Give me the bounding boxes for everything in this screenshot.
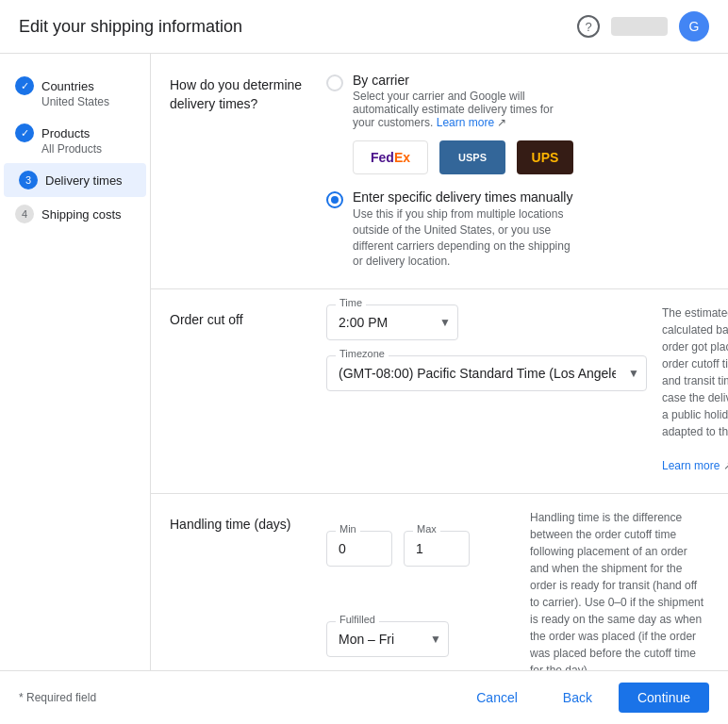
handling-min-wrapper: Min	[326, 531, 392, 567]
page-title: Edit your shipping information	[19, 17, 242, 37]
by-carrier-learn-more[interactable]: Learn more	[437, 116, 494, 129]
countries-label: Countries	[41, 79, 94, 93]
continue-button[interactable]: Continue	[619, 683, 709, 713]
by-carrier-label: By carrier	[353, 73, 573, 88]
sidebar-item-delivery-times[interactable]: 3 Delivery times	[4, 163, 146, 197]
order-cutoff-label: Order cut off	[170, 304, 311, 474]
shipping-costs-label: Shipping costs	[41, 207, 122, 222]
enter-manually-desc: Use this if you ship from multiple locat…	[353, 206, 573, 270]
by-carrier-radio[interactable]	[326, 74, 343, 91]
handling-time-body: Min Max Fulfilled Mon – Fri ▼	[326, 509, 515, 670]
handling-time-section: Handling time (days) Min Max Fulfilled M…	[151, 509, 728, 670]
products-step-icon: ✓	[15, 123, 34, 142]
countries-step-icon: ✓	[15, 76, 34, 95]
sidebar-item-shipping-costs[interactable]: 4 Shipping costs	[0, 197, 150, 231]
by-carrier-option[interactable]: By carrier Select your carrier and Googl…	[326, 73, 573, 129]
delivery-times-label: Delivery times	[45, 173, 123, 188]
content-area: How do you determine delivery times? By …	[151, 54, 728, 670]
sidebar-item-countries[interactable]: ✓ Countries United States	[0, 69, 150, 116]
avatar[interactable]: G	[679, 11, 709, 41]
time-field-wrapper: Time 2:00 PM ▼	[326, 304, 458, 340]
order-cutoff-help: The estimated delivery time will be calc…	[662, 304, 728, 474]
header: Edit your shipping information ? G	[0, 0, 728, 54]
time-select[interactable]: 2:00 PM	[326, 304, 458, 340]
handling-max-wrapper: Max	[404, 531, 470, 567]
back-button[interactable]: Back	[544, 683, 611, 713]
handling-max-label: Max	[413, 523, 440, 535]
avatar-placeholder	[611, 17, 668, 36]
order-cutoff-section: Order cut off Time 2:00 PM ▼ Timezone (G…	[151, 304, 728, 494]
handling-time-help: Handling time is the difference between …	[530, 509, 709, 670]
timezone-field-label-float: Timezone	[336, 348, 389, 359]
header-icons: ? G	[577, 11, 709, 41]
enter-manually-option[interactable]: Enter specific delivery times manually U…	[326, 189, 573, 270]
fedex-logo: FedEx	[353, 140, 428, 174]
handling-min-input[interactable]	[326, 531, 392, 567]
timezone-field-wrapper: Timezone (GMT-08:00) Pacific Standard Ti…	[326, 355, 647, 391]
cancel-button[interactable]: Cancel	[457, 683, 537, 713]
sidebar-item-products[interactable]: ✓ Products All Products	[0, 116, 150, 163]
time-field-label-float: Time	[336, 297, 366, 308]
footer-actions: Cancel Back Continue	[457, 683, 709, 713]
handling-time-label: Handling time (days)	[170, 509, 311, 670]
help-icon[interactable]: ?	[577, 15, 600, 38]
delivery-section-label: How do you determine delivery times?	[170, 73, 311, 270]
enter-manually-label: Enter specific delivery times manually	[353, 189, 573, 205]
main-layout: ✓ Countries United States ✓ Products All…	[0, 54, 728, 670]
handling-max-input[interactable]	[404, 531, 470, 567]
order-cutoff-body: Time 2:00 PM ▼ Timezone (GMT-08:00) Paci…	[326, 304, 647, 474]
delivery-section-body: By carrier Select your carrier and Googl…	[326, 73, 573, 270]
carrier-logos: FedEx USPS UPS	[353, 140, 573, 174]
order-cutoff-learn-more[interactable]: Learn more	[662, 459, 720, 472]
footer: * Required field Cancel Back Continue	[0, 670, 728, 724]
delivery-section-help	[588, 73, 728, 270]
countries-sublabel: United States	[15, 95, 135, 108]
handling-min-label: Min	[336, 523, 360, 535]
timezone-select[interactable]: (GMT-08:00) Pacific Standard Time (Los A…	[326, 355, 647, 391]
products-label: Products	[41, 126, 90, 140]
handling-fulfilled-select[interactable]: Mon – Fri	[326, 621, 449, 657]
shipping-step-icon: 4	[15, 205, 34, 223]
required-note: * Required field	[19, 691, 96, 704]
by-carrier-desc: Select your carrier and Google will auto…	[353, 90, 573, 129]
delivery-determination-section: How do you determine delivery times? By …	[151, 73, 728, 289]
ups-logo: UPS	[517, 140, 573, 174]
delivery-step-icon: 3	[19, 171, 38, 189]
products-sublabel: All Products	[15, 142, 135, 156]
handling-fulfilled-label: Fulfilled	[336, 614, 379, 625]
handling-fulfilled-wrapper: Fulfilled Mon – Fri ▼	[326, 621, 449, 657]
enter-manually-radio[interactable]	[326, 191, 343, 208]
usps-logo: USPS	[439, 140, 505, 174]
sidebar: ✓ Countries United States ✓ Products All…	[0, 54, 151, 670]
